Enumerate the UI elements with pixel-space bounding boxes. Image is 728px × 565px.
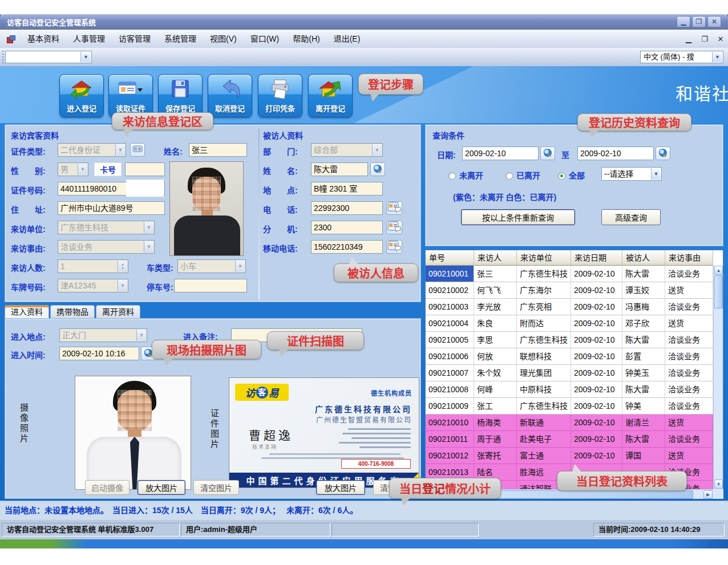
table-row[interactable]: 090210011 周于通 赴美电子 2009-02-10 陈大雷 洽谈业务 [426,431,713,448]
mobile-input[interactable]: 15602210349 [311,240,383,254]
table-cell[interactable]: 联想科技 [517,348,571,365]
table-cell[interactable]: 陈大雷 [622,266,665,282]
advanced-query-button[interactable]: 高级查询 [601,209,661,225]
table-cell[interactable]: 送货 [665,414,713,431]
tab-leave-data[interactable]: 离开资料 [96,305,140,319]
restore-button[interactable]: ❐ [692,16,706,27]
parking-input[interactable] [174,279,247,292]
start-camera-button[interactable]: 启动摄像 [85,480,130,495]
table-cell[interactable]: 090210002 [426,282,474,299]
table-cell[interactable]: 谭国 [622,448,665,464]
minimize-button[interactable]: ▁ [677,16,690,27]
radio-icon-selected[interactable] [558,172,565,180]
people-count-stepper[interactable]: 1 ▲▼ [58,259,128,273]
print-ticket-button[interactable]: 打印凭条 [258,74,302,117]
enter-register-button[interactable]: 进入登记 [59,74,104,117]
table-cell[interactable]: 送货 [665,282,713,299]
table-cell[interactable]: 090210005 [426,332,474,348]
clear-photo-button[interactable]: 清空图片 [193,480,239,495]
table-row[interactable]: 090210005 李思 广东德生科技 2009-02-10 陈大雷 洽谈业务 [426,332,713,348]
table-cell[interactable]: 冯惠梅 [622,299,665,315]
table-cell[interactable]: 赴美电子 [517,431,571,448]
radio-icon[interactable] [448,172,456,180]
entry-time-input[interactable]: 2009-02-10 10:16 [59,347,139,360]
quick-select-combo[interactable]: ▼ [5,51,92,63]
table-cell[interactable]: 何飞飞 [474,282,517,299]
table-cell[interactable]: 广东德生科技 [517,266,571,282]
table-cell[interactable]: 2009-02-10 [571,414,622,431]
plate-combo[interactable]: 津A12345 ▼ [58,279,128,292]
location-input[interactable]: B幢 2301 室 [311,182,383,196]
table-cell[interactable]: 广东德生科技 [517,398,571,414]
table-row[interactable]: 090210007 朱个奴 理光集团 2009-02-10 钟美玉 洽谈业务 [426,365,713,381]
table-cell[interactable]: 邓子欣 [622,315,665,332]
table-cell[interactable]: 090210004 [426,315,474,332]
menu-view[interactable]: 视图(V) [203,30,244,47]
table-cell[interactable]: 洽谈业务 [665,332,713,348]
card-no-input[interactable] [125,162,165,176]
table-cell[interactable]: 2009-02-10 [571,381,622,398]
stepper-arrows-icon[interactable]: ▲▼ [118,261,127,272]
dial-ext-button[interactable] [386,221,402,234]
menu-window[interactable]: 窗口(W) [244,30,286,47]
table-cell[interactable]: 何放 [474,348,517,365]
table-cell[interactable]: 2009-02-10 [571,315,622,332]
column-header[interactable]: 被访人 [622,250,665,266]
chevron-down-icon[interactable]: ▼ [144,222,153,233]
language-combo[interactable]: 中文 (简体) - 搜 ▼ [640,51,723,63]
table-cell[interactable]: 2009-02-10 [571,266,622,282]
visited-name-input[interactable]: 陈大雷 [311,162,368,176]
tab-carried-items[interactable]: 携带物品 [50,305,95,319]
table-cell[interactable]: 富士通 [517,448,571,464]
save-register-button[interactable]: 保存登记 [158,74,203,117]
column-header[interactable]: 来访事由 [665,250,713,266]
table-cell[interactable]: 090210006 [426,348,474,365]
table-cell[interactable]: 朱良 [474,315,517,332]
table-cell[interactable]: 理光集团 [517,365,571,381]
chevron-down-icon[interactable]: ▼ [115,144,125,156]
table-row[interactable]: 090210003 李光放 广东亮相 2009-02-10 冯惠梅 洽谈业务 [426,299,713,315]
table-cell[interactable]: 陈大雷 [622,381,665,398]
table-cell[interactable]: 090210009 [426,398,474,414]
table-row[interactable]: 090210002 何飞飞 广东海尔 2009-02-10 谭玉姣 送货 [426,282,713,299]
table-cell[interactable]: 090210007 [426,365,474,381]
chevron-down-icon[interactable]: ▼ [78,164,87,175]
chevron-down-icon[interactable]: ▼ [118,280,127,291]
close-button[interactable]: ✕ [707,16,721,27]
table-row[interactable]: 090210008 何峰 中原科技 2009-02-10 陈大雷 洽谈业务 [426,381,713,398]
table-cell[interactable]: 钟美玉 [622,365,665,381]
filter-select-combo[interactable]: --请选择 ▼ [601,167,662,181]
zoom-card-button[interactable]: 放大图片 [316,480,365,495]
toolstrip-grip[interactable] [2,51,4,63]
phone-input[interactable]: 22992300 [311,201,383,215]
leave-register-button[interactable]: 离开登记 [308,74,353,117]
mdi-close-button[interactable]: ✕ [714,33,727,44]
menu-exit[interactable]: 退出(E) [327,30,367,47]
chevron-down-icon[interactable]: ▼ [136,330,146,341]
tab-entry-data[interactable]: 进入资料 [5,305,49,319]
card-reader-button[interactable] [130,143,145,157]
table-cell[interactable]: 090210001 [426,266,474,282]
menu-hr[interactable]: 人事管理 [66,30,112,47]
cancel-register-button[interactable]: 取消登记 [208,74,252,117]
vertical-scroll-thumb[interactable] [714,275,723,308]
table-row[interactable]: 090210004 朱良 附而达 2009-02-10 邓子欣 送货 [426,315,713,332]
table-cell[interactable]: 张三 [474,266,517,282]
vertical-scrollbar[interactable]: ▲ ▼ [713,266,723,489]
menu-basic-data[interactable]: 基本资料 [21,30,66,47]
scroll-right-icon[interactable]: ▶ [703,490,713,499]
table-cell[interactable]: 张寄托 [474,448,517,464]
cert-type-combo[interactable]: 二代身份证 ▼ [58,143,126,157]
table-cell[interactable]: 090210003 [426,299,474,315]
table-cell[interactable]: 广东德生科技 [517,332,571,348]
table-row[interactable]: 090210001 张三 广东德生科技 2009-02-10 陈大雷 洽谈业务 [426,266,713,282]
table-cell[interactable]: 何峰 [474,381,517,398]
table-cell[interactable]: 洽谈业务 [665,365,713,381]
radio-left[interactable]: 已离开 [505,169,540,181]
column-header[interactable]: 来访单位 [517,250,571,266]
scroll-up-icon[interactable]: ▲ [714,266,723,275]
chevron-down-icon[interactable]: ▼ [372,144,382,156]
mdi-child-icon[interactable] [7,35,15,43]
table-cell[interactable]: 李光放 [474,299,517,315]
table-cell[interactable]: 朱个奴 [474,365,517,381]
